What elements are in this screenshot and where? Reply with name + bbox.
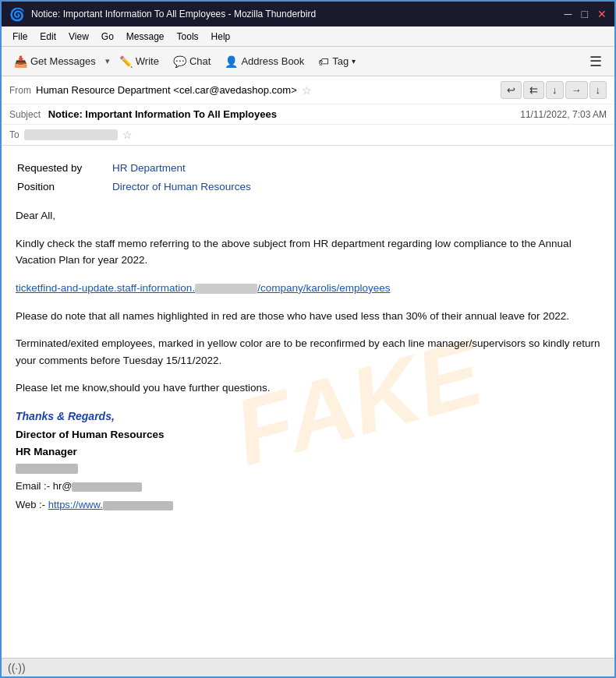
from-value: Human Resource Department <cel.car@aveda… [36, 84, 297, 96]
chat-button[interactable]: 💬 Chat [167, 52, 217, 71]
menu-go[interactable]: Go [97, 30, 119, 44]
email-date: 11/11/2022, 7:03 AM [520, 109, 607, 120]
window-title: Notice: Important Information To All Emp… [31, 9, 316, 19]
window-controls[interactable]: ─ □ ✕ [565, 8, 607, 20]
to-row: To ☆ [2, 125, 614, 145]
email-link-paragraph: ticketfind-and-update.staff-information.… [16, 280, 600, 297]
requested-by-value: HR Department [112, 160, 251, 177]
more-button[interactable]: ↓ [546, 81, 564, 99]
title-bar: 🌀 Notice: Important Information To All E… [2, 2, 614, 26]
web-blurred [103, 501, 173, 510]
forward-dropdown[interactable]: ↓ [589, 81, 607, 99]
paragraph4: Please let me know,should you have furth… [16, 380, 600, 397]
paragraph1: Kindly check the staff memo referring to… [16, 235, 600, 269]
email-blurred [72, 482, 142, 492]
reply-button[interactable]: ↩ [501, 81, 522, 99]
signature: Thanks & Regards, Director of Human Reso… [16, 408, 600, 514]
position-label: Position [17, 178, 103, 196]
get-messages-dropdown[interactable]: ▾ [104, 53, 112, 69]
write-icon: ✏️ [119, 55, 133, 68]
toolbar-menu-button[interactable]: ☰ [583, 50, 608, 73]
status-bar: ((·)) [2, 658, 614, 676]
address-book-label: Address Book [241, 55, 304, 67]
phone-blurred [16, 464, 78, 474]
tag-icon: 🏷 [318, 55, 329, 68]
close-button[interactable]: ✕ [597, 8, 607, 20]
sig-thanks: Thanks & Regards, [16, 408, 600, 425]
menu-message[interactable]: Message [122, 30, 169, 44]
to-star[interactable]: ☆ [122, 129, 133, 141]
write-button[interactable]: ✏️ Write [113, 52, 165, 71]
write-label: Write [136, 55, 159, 67]
menu-tools[interactable]: Tools [172, 30, 204, 44]
requested-info-table: Requested by HR Department Position Dire… [16, 158, 253, 196]
chat-icon: 💬 [173, 55, 186, 68]
email-body: FAKE Requested by HR Department Position… [2, 146, 614, 658]
forward-button[interactable]: → [565, 81, 588, 99]
tag-label: Tag [332, 55, 349, 67]
get-messages-label: Get Messages [30, 55, 96, 67]
sig-phone [16, 461, 600, 477]
from-label: From [9, 85, 31, 96]
subject-value: Notice: Important Information To All Emp… [48, 108, 277, 120]
from-star[interactable]: ☆ [302, 84, 312, 97]
requested-by-label: Requested by [17, 160, 103, 177]
get-messages-icon: 📥 [14, 55, 27, 68]
menu-help[interactable]: Help [207, 30, 235, 44]
tag-button[interactable]: 🏷 Tag ▾ [312, 52, 362, 71]
sig-title1: Director of Human Resources [16, 426, 600, 443]
email-body-content: Requested by HR Department Position Dire… [16, 158, 600, 514]
email-action-buttons: ↩ ⇇ ↓ → ↓ [501, 81, 607, 99]
toolbar: 📥 Get Messages ▾ ✏️ Write 💬 Chat 👤 Addre… [2, 47, 614, 76]
app-icon: 🌀 [9, 7, 25, 22]
chat-label: Chat [189, 55, 211, 67]
menu-file[interactable]: File [8, 30, 32, 44]
sig-web: Web :- https://www. [16, 497, 600, 514]
to-value [24, 129, 118, 140]
menu-bar: File Edit View Go Message Tools Help [2, 26, 614, 47]
tag-dropdown-icon: ▾ [352, 57, 356, 65]
menu-edit[interactable]: Edit [35, 30, 61, 44]
phishing-link[interactable]: ticketfind-and-update.staff-information.… [16, 282, 390, 294]
sig-email: Email :- hr@ [16, 478, 600, 495]
get-messages-button[interactable]: 📥 Get Messages [8, 52, 102, 71]
sig-web-label: Web :- [16, 499, 48, 510]
position-value: Director of Human Resources [112, 178, 251, 196]
maximize-button[interactable]: □ [582, 8, 588, 20]
subject-row: Subject Notice: Important Information To… [2, 104, 614, 125]
reply-all-button[interactable]: ⇇ [523, 81, 544, 99]
address-book-button[interactable]: 👤 Address Book [218, 52, 310, 71]
email-header: From Human Resource Department <cel.car@… [2, 76, 614, 146]
wifi-icon: ((·)) [8, 662, 26, 674]
from-row: From Human Resource Department <cel.car@… [2, 76, 614, 104]
menu-view[interactable]: View [64, 30, 94, 44]
sig-title2: HR Manager [16, 443, 600, 461]
minimize-button[interactable]: ─ [565, 8, 572, 20]
subject-label: Subject [9, 109, 41, 120]
address-book-icon: 👤 [225, 55, 238, 68]
sig-email-label: Email :- hr@ [16, 480, 72, 492]
paragraph2: Please do note that all names highlighte… [16, 308, 600, 325]
paragraph3: Terminated/exited employees, marked in y… [16, 335, 600, 369]
sig-web-link[interactable]: https://www. [48, 499, 173, 510]
to-label: To [9, 129, 19, 140]
greeting: Dear All, [16, 207, 600, 224]
